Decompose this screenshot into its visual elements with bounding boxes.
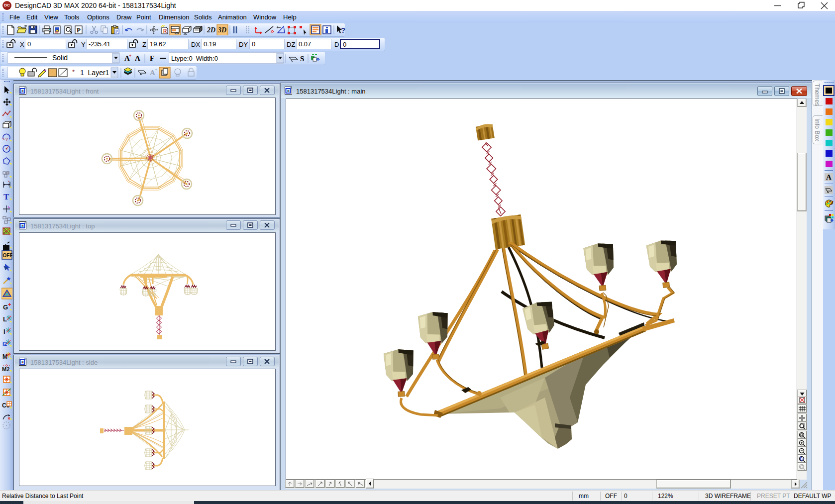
svg-text:OFF: OFF xyxy=(3,253,13,258)
svg-text:*: * xyxy=(72,68,75,76)
svg-text:*: * xyxy=(8,180,9,184)
svg-text:3D: 3D xyxy=(217,26,226,34)
svg-text:I2: I2 xyxy=(2,341,7,347)
svg-text:F: F xyxy=(150,54,154,62)
svg-text:T: T xyxy=(3,192,9,202)
svg-text:A: A xyxy=(135,54,140,62)
svg-text:S: S xyxy=(300,55,304,63)
svg-text:M2: M2 xyxy=(2,366,9,372)
svg-text:2D: 2D xyxy=(207,26,215,34)
svg-text:1 Layer1: 1 Layer1 xyxy=(80,69,109,77)
svg-text:I: I xyxy=(3,328,5,335)
svg-text:P: P xyxy=(77,26,81,34)
svg-text:R: R xyxy=(163,28,167,34)
svg-text:Solid: Solid xyxy=(52,54,68,62)
svg-text:+: + xyxy=(129,53,131,58)
svg-text:?: ? xyxy=(341,26,345,34)
svg-text:G: G xyxy=(3,303,8,311)
svg-text:?: ? xyxy=(5,137,8,142)
svg-text:+: + xyxy=(155,67,157,72)
svg-text:L: L xyxy=(3,315,7,323)
svg-text:Info Box: Info Box xyxy=(814,118,821,142)
svg-text:Themes: Themes xyxy=(814,84,821,106)
